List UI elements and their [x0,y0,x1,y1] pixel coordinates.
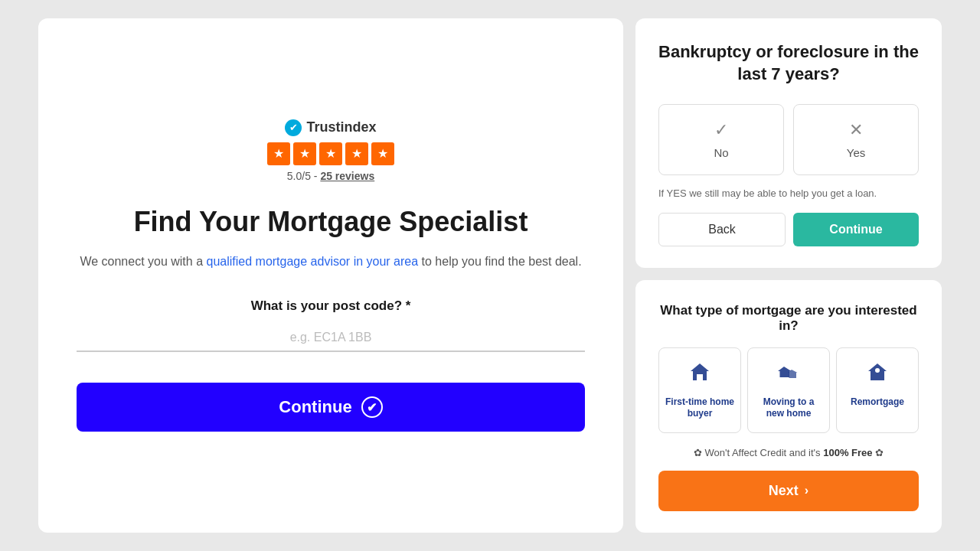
stars-row: ★ ★ ★ ★ ★ [267,142,394,165]
no-label: No [714,146,728,159]
back-continue-row: Back Continue [658,213,919,246]
house-icon-1 [688,360,712,390]
trustindex-check-icon: ✔ [285,119,302,136]
remortgage-label: Remortgage [851,396,904,409]
checkmark-icon: ✓ [714,120,728,140]
continue-button-sm[interactable]: Continue [793,213,919,246]
star-2: ★ [293,142,316,165]
bankruptcy-title: Bankruptcy or foreclosure in the last 7 … [658,41,919,85]
main-container: ✔ Trustindex ★ ★ ★ ★ ★ 5.0/5 - 25 review… [38,18,942,532]
star-4: ★ [345,142,368,165]
yes-label: Yes [847,146,865,159]
continue-button-label: Continue [279,397,351,417]
postcode-input-wrapper [77,324,585,352]
continue-check-icon: ✔ [361,396,383,418]
continue-button[interactable]: Continue ✔ [77,383,585,432]
arrow-icon: › [805,484,808,497]
postcode-label: What is your post code? * [77,298,585,314]
right-panel: Bankruptcy or foreclosure in the last 7 … [635,18,942,532]
moving-option[interactable]: Moving to a new home [747,347,830,433]
trustindex-logo: ✔ Trustindex [285,119,376,136]
bankruptcy-options-row: ✓ No ✕ Yes [658,104,919,175]
house-icon-2 [776,360,801,390]
if-yes-text: If YES we still may be able to help you … [658,187,919,199]
free-text: ✿ Won't Affect Credit and it's 100% Free… [658,447,919,458]
trustindex-name: Trustindex [306,119,376,135]
bankruptcy-card: Bankruptcy or foreclosure in the last 7 … [635,18,942,267]
svg-rect-0 [697,374,703,380]
postcode-input[interactable] [77,324,585,352]
page-description: We connect you with a qualified mortgage… [80,252,581,272]
free-text-bold: 100% Free [823,447,872,458]
mortgage-card: What type of mortgage are you interested… [635,280,942,533]
moving-label: Moving to a new home [754,396,823,420]
mortgage-options: First-time home buyer Moving to a new ho… [658,347,919,433]
page-headline: Find Your Mortgage Specialist [134,205,528,238]
star-1: ★ [267,142,290,165]
back-button[interactable]: Back [658,213,786,246]
first-time-label: First-time home buyer [665,396,734,420]
next-button[interactable]: Next › [658,471,919,511]
mortgage-title: What type of mortgage are you interested… [658,303,919,334]
star-3: ★ [319,142,342,165]
svg-rect-1 [875,368,880,373]
star-5: ★ [371,142,394,165]
left-panel: ✔ Trustindex ★ ★ ★ ★ ★ 5.0/5 - 25 review… [38,18,623,532]
next-button-label: Next [769,483,799,499]
no-option-button[interactable]: ✓ No [658,104,784,175]
cross-icon: ✕ [849,120,863,140]
first-time-buyer-option[interactable]: First-time home buyer [658,347,741,433]
remortgage-option[interactable]: Remortgage [836,347,919,433]
reviews-link[interactable]: 25 reviews [320,170,374,182]
house-icon-3 [865,360,890,390]
yes-option-button[interactable]: ✕ Yes [793,104,919,175]
reviews-text: 5.0/5 - 25 reviews [287,170,374,182]
